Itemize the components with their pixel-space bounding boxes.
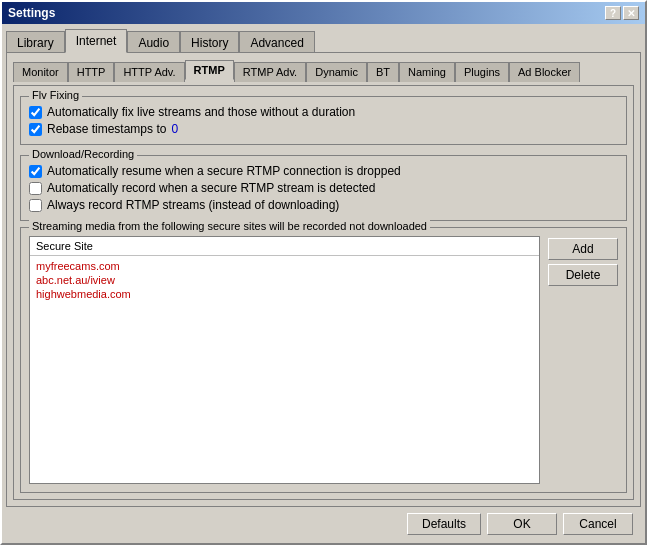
sub-tab-content: Flv Fixing Automatically fix live stream… [13, 85, 634, 500]
sub-tab-dynamic[interactable]: Dynamic [306, 62, 367, 82]
site-list-container: Secure Site myfreecams.com abc.net.au/iv… [29, 236, 540, 484]
dr-checkbox1-label: Automatically resume when a secure RTMP … [47, 164, 401, 178]
dr-checkbox1[interactable] [29, 165, 42, 178]
sub-tab-monitor[interactable]: Monitor [13, 62, 68, 82]
dr-checkbox3-row: Always record RTMP streams (instead of d… [29, 198, 618, 212]
site-list-header: Secure Site [30, 237, 539, 256]
flv-checkbox2-row: Rebase timestamps to 0 [29, 122, 618, 136]
rebase-value[interactable]: 0 [171, 122, 178, 136]
streaming-group: Streaming media from the following secur… [20, 227, 627, 493]
flv-checkbox2[interactable] [29, 123, 42, 136]
sub-tab-bt[interactable]: BT [367, 62, 399, 82]
bottom-bar: Defaults OK Cancel [6, 507, 641, 539]
title-bar: Settings ? ✕ [2, 2, 645, 24]
sub-tab-plugins[interactable]: Plugins [455, 62, 509, 82]
sub-tab-naming[interactable]: Naming [399, 62, 455, 82]
main-tab-row: Library Internet Audio History Advanced [6, 28, 641, 52]
tab-content-area: Monitor HTTP HTTP Adv. RTMP RTMP Adv. Dy… [6, 52, 641, 507]
flv-fixing-group: Flv Fixing Automatically fix live stream… [20, 96, 627, 145]
flv-checkbox1-row: Automatically fix live streams and those… [29, 105, 618, 119]
sub-tab-rtmp[interactable]: RTMP [185, 60, 234, 80]
ok-button[interactable]: OK [487, 513, 557, 535]
window-title: Settings [8, 6, 55, 20]
site-item-3[interactable]: highwebmedia.com [36, 287, 533, 301]
flv-fixing-label: Flv Fixing [29, 89, 82, 101]
streaming-content: Secure Site myfreecams.com abc.net.au/iv… [29, 236, 618, 484]
main-content: Library Internet Audio History Advanced … [2, 24, 645, 543]
sub-tab-ad-blocker[interactable]: Ad Blocker [509, 62, 580, 82]
sub-tab-row: Monitor HTTP HTTP Adv. RTMP RTMP Adv. Dy… [13, 59, 634, 79]
dr-checkbox1-row: Automatically resume when a secure RTMP … [29, 164, 618, 178]
site-buttons: Add Delete [548, 236, 618, 484]
sub-tab-http-adv[interactable]: HTTP Adv. [114, 62, 184, 82]
flv-checkbox2-label: Rebase timestamps to [47, 122, 166, 136]
dr-checkbox2-label: Automatically record when a secure RTMP … [47, 181, 375, 195]
cancel-button[interactable]: Cancel [563, 513, 633, 535]
delete-button[interactable]: Delete [548, 264, 618, 286]
tab-internet[interactable]: Internet [65, 29, 128, 53]
title-bar-buttons: ? ✕ [605, 6, 639, 20]
dr-checkbox2-row: Automatically record when a secure RTMP … [29, 181, 618, 195]
sub-tab-rtmp-adv[interactable]: RTMP Adv. [234, 62, 306, 82]
add-button[interactable]: Add [548, 238, 618, 260]
site-item-1[interactable]: myfreecams.com [36, 259, 533, 273]
help-button[interactable]: ? [605, 6, 621, 20]
settings-window: Settings ? ✕ Library Internet Audio Hist… [0, 0, 647, 545]
flv-checkbox1-label: Automatically fix live streams and those… [47, 105, 355, 119]
site-item-2[interactable]: abc.net.au/iview [36, 273, 533, 287]
dr-checkbox3[interactable] [29, 199, 42, 212]
streaming-label: Streaming media from the following secur… [29, 220, 430, 232]
dr-checkbox2[interactable] [29, 182, 42, 195]
site-list: myfreecams.com abc.net.au/iview highwebm… [30, 256, 539, 483]
sub-tab-http[interactable]: HTTP [68, 62, 115, 82]
dr-checkbox3-label: Always record RTMP streams (instead of d… [47, 198, 339, 212]
download-recording-group: Download/Recording Automatically resume … [20, 155, 627, 221]
download-recording-label: Download/Recording [29, 148, 137, 160]
defaults-button[interactable]: Defaults [407, 513, 481, 535]
flv-checkbox1[interactable] [29, 106, 42, 119]
close-button[interactable]: ✕ [623, 6, 639, 20]
